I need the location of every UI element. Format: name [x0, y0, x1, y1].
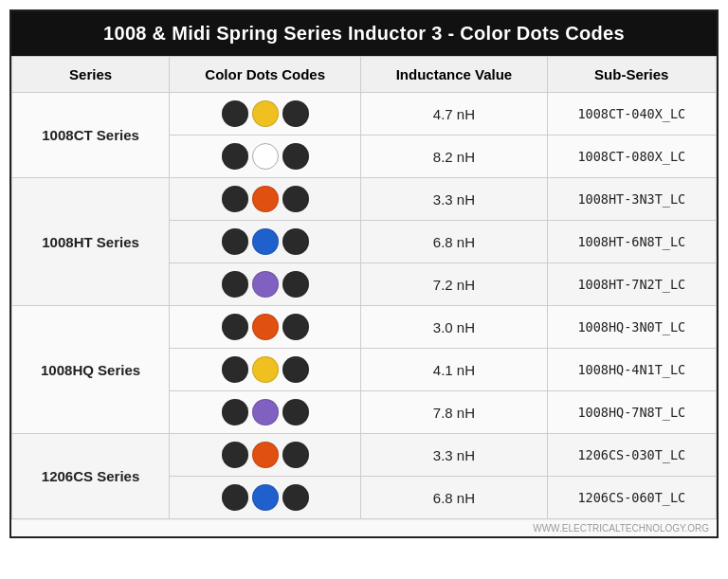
- black-dot: [282, 100, 309, 127]
- inductance-cell: 4.1 nH: [361, 349, 547, 391]
- data-table: Series Color Dots Codes Inductance Value…: [11, 56, 717, 519]
- table-row: 1008HQ Series3.0 nH1008HQ-3N0T_LC: [12, 306, 717, 349]
- dots-container: [175, 314, 355, 340]
- blue-dot: [252, 484, 279, 511]
- series-cell: 1008CT Series: [12, 93, 170, 178]
- header-series: Series: [12, 57, 170, 93]
- inductance-cell: 3.3 nH: [361, 178, 547, 221]
- dots-container: [175, 143, 355, 170]
- black-dot: [222, 186, 248, 212]
- black-dot: [222, 356, 248, 383]
- inductance-cell: 7.2 nH: [361, 263, 547, 306]
- table-row: 1008HT Series3.3 nH1008HT-3N3T_LC: [12, 178, 717, 221]
- dots-container: [175, 442, 355, 468]
- header-color-dots: Color Dots Codes: [170, 57, 361, 93]
- inductance-cell: 4.7 nH: [361, 93, 547, 136]
- dots-cell: [170, 263, 361, 306]
- black-dot: [222, 143, 248, 170]
- series-cell: 1008HQ Series: [12, 306, 170, 434]
- sub-series-cell: 1008HT-6N8T_LC: [547, 221, 716, 263]
- sub-series-cell: 1008HQ-3N0T_LC: [547, 306, 716, 349]
- inductance-cell: 8.2 nH: [361, 136, 547, 178]
- sub-series-cell: 1008CT-080X_LC: [547, 136, 716, 178]
- black-dot: [282, 271, 309, 298]
- header-inductance: Inductance Value: [361, 57, 547, 93]
- dots-container: [175, 399, 355, 425]
- series-cell: 1206CS Series: [12, 434, 170, 519]
- dots-cell: [170, 434, 361, 477]
- dots-cell: [170, 306, 361, 349]
- black-dot: [282, 399, 309, 425]
- black-dot: [222, 484, 248, 511]
- black-dot: [222, 228, 248, 255]
- dots-cell: [170, 178, 361, 221]
- orange-dot: [252, 314, 279, 340]
- sub-series-cell: 1008HT-3N3T_LC: [547, 178, 716, 221]
- orange-dot: [252, 442, 279, 468]
- blue-dot: [252, 228, 279, 255]
- sub-series-cell: 1206CS-030T_LC: [547, 434, 716, 477]
- sub-series-cell: 1206CS-060T_LC: [547, 477, 716, 519]
- table-row: 1008CT Series4.7 nH1008CT-040X_LC: [12, 93, 717, 136]
- sub-series-cell: 1008HQ-7N8T_LC: [547, 391, 716, 434]
- black-dot: [222, 271, 248, 298]
- dots-container: [175, 484, 355, 511]
- dots-container: [175, 186, 355, 212]
- dots-container: [175, 271, 355, 298]
- inductance-cell: 6.8 nH: [361, 477, 547, 519]
- black-dot: [282, 484, 309, 511]
- header-sub-series: Sub-Series: [547, 57, 716, 93]
- purple-dot: [252, 399, 279, 425]
- sub-series-cell: 1008HT-7N2T_LC: [547, 263, 716, 306]
- dots-cell: [170, 477, 361, 519]
- black-dot: [222, 314, 248, 340]
- inductance-cell: 6.8 nH: [361, 221, 547, 263]
- black-dot: [282, 442, 309, 468]
- sub-series-cell: 1008CT-040X_LC: [547, 93, 716, 136]
- black-dot: [282, 228, 309, 255]
- dots-cell: [170, 391, 361, 434]
- series-cell: 1008HT Series: [12, 178, 170, 306]
- black-dot: [282, 314, 309, 340]
- white-dot: [252, 143, 279, 170]
- dots-cell: [170, 136, 361, 178]
- black-dot: [282, 186, 309, 212]
- main-container: 1008 & Midi Spring Series Inductor 3 - C…: [9, 9, 719, 538]
- black-dot: [282, 356, 309, 383]
- dots-cell: [170, 221, 361, 263]
- table-header-row: Series Color Dots Codes Inductance Value…: [12, 57, 717, 93]
- inductance-cell: 3.0 nH: [361, 306, 547, 349]
- purple-dot: [252, 271, 279, 298]
- dots-cell: [170, 93, 361, 136]
- orange-dot: [252, 186, 279, 212]
- dots-container: [175, 356, 355, 383]
- black-dot: [222, 100, 248, 127]
- black-dot: [282, 143, 309, 170]
- dots-cell: [170, 349, 361, 391]
- sub-series-cell: 1008HQ-4N1T_LC: [547, 349, 716, 391]
- inductance-cell: 7.8 nH: [361, 391, 547, 434]
- page-title: 1008 & Midi Spring Series Inductor 3 - C…: [11, 11, 717, 56]
- black-dot: [222, 399, 248, 425]
- yellow-dot: [252, 100, 279, 127]
- table-row: 1206CS Series3.3 nH1206CS-030T_LC: [12, 434, 717, 477]
- black-dot: [222, 442, 248, 468]
- dots-container: [175, 228, 355, 255]
- inductance-cell: 3.3 nH: [361, 434, 547, 477]
- dots-container: [175, 100, 355, 127]
- yellow-dot: [252, 356, 279, 383]
- footer-watermark: WWW.ELECTRICALTECHNOLOGY.ORG: [11, 519, 717, 536]
